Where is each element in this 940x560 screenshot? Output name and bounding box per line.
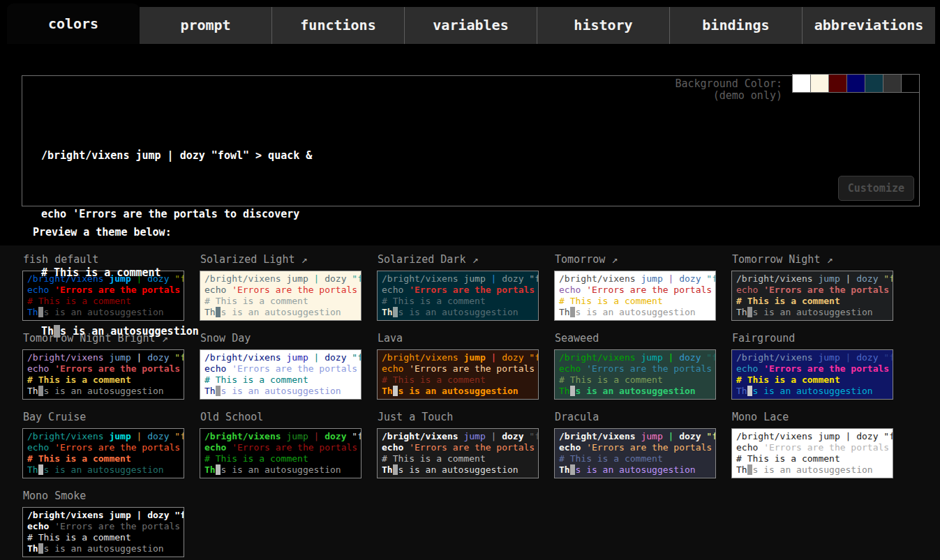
swatch-navy[interactable]	[846, 74, 865, 93]
theme-title: Just a Touch	[377, 409, 539, 428]
sample-text: /bright/vixens jump | dozy "fowl" > quac…	[22, 76, 919, 380]
token-pipe: |	[491, 431, 497, 441]
tab-bar: colorspromptfunctionsvariableshistorybin…	[0, 0, 940, 44]
typed-text: Th	[41, 325, 54, 338]
theme-sample-autosuggestion-line: This is an autosuggestion	[382, 386, 538, 397]
token-autosuggestion: s is an autosuggestion	[398, 386, 518, 396]
swatch-maroon[interactable]	[828, 74, 847, 93]
token-autosuggestion: s is an autosuggestion	[43, 386, 163, 396]
theme-sample-command-line: /bright/vixens jump | dozy "fowl" > quac…	[736, 431, 893, 442]
token-typed: Th	[27, 543, 38, 554]
token-error: 'Errors are the portals to discovery	[232, 442, 361, 453]
tab-abbreviations[interactable]: abbreviations	[803, 7, 935, 44]
sample-line-command: /bright/vixens jump | dozy "fowl" > quac…	[41, 146, 919, 165]
theme-sample-autosuggestion-line: This is an autosuggestion	[559, 386, 715, 397]
token-typed: Th	[382, 386, 393, 396]
token-typed: Th	[736, 386, 747, 396]
token-command2: dozy	[856, 431, 878, 441]
theme-title: Mono Smoke	[22, 487, 185, 507]
token-error: 'Errors are the portals to discovery	[54, 442, 184, 453]
theme-card-dracula[interactable]: /bright/vixens jump | dozy "fowl" > quac…	[554, 428, 716, 478]
theme-sample-autosuggestion-line: This is an autosuggestion	[204, 386, 361, 397]
token-echo: echo	[27, 442, 49, 453]
token-path: /bright/vixens	[736, 431, 813, 441]
token-quote: "fowl" > quack &	[352, 431, 361, 441]
tab-variables[interactable]: variables	[405, 7, 537, 44]
tab-colors[interactable]: colors	[7, 3, 140, 44]
theme-sample-comment-line: # This is a comment	[559, 453, 715, 464]
tab-prompt[interactable]: prompt	[140, 7, 272, 44]
terminal-preview: Background Color:(demo only) /bright/vix…	[22, 75, 920, 206]
theme-sample-autosuggestion-line: This is an autosuggestion	[736, 464, 893, 476]
token-typed: Th	[27, 386, 38, 396]
customize-button[interactable]: Customize	[838, 176, 914, 201]
token-autosuggestion: s is an autosuggestion	[221, 464, 341, 475]
token-autosuggestion: s is an autosuggestion	[752, 464, 872, 475]
token-path: /bright/vixens	[27, 431, 104, 441]
token-typed: Th	[559, 464, 570, 475]
tab-history[interactable]: history	[537, 7, 670, 44]
token-pipe: |	[846, 431, 851, 441]
token-typed: Th	[559, 386, 570, 396]
theme-sample-command-line: /bright/vixens jump | dozy "fowl" > quac…	[204, 431, 361, 442]
token-path: /bright/vixens	[204, 431, 281, 441]
token-typed: Th	[382, 464, 393, 475]
token-quote: "fowl" > quack &	[883, 431, 893, 441]
token-command2: dozy	[679, 431, 701, 441]
theme-card-bay-cruise[interactable]: /bright/vixens jump | dozy "fowl" > quac…	[22, 428, 184, 478]
tab-functions[interactable]: functions	[272, 7, 405, 44]
theme-preview-bay-cruise: Bay Cruise/bright/vixens jump | dozy "fo…	[22, 409, 185, 478]
theme-title: Old School	[200, 409, 362, 428]
theme-sample-autosuggestion-line: This is an autosuggestion	[736, 386, 893, 397]
theme-sample-error-line: echo 'Errors are the portals to discover…	[27, 521, 184, 532]
token-command2: dozy	[324, 431, 346, 441]
token-command: jump	[818, 431, 840, 441]
token-command: jump	[286, 431, 308, 441]
theme-sample-autosuggestion-line: This is an autosuggestion	[27, 464, 184, 476]
sample-line-comment: # This is a comment	[41, 263, 919, 282]
token-comment: # This is a comment	[27, 453, 131, 464]
theme-sample-error-line: echo 'Errors are the portals to discover…	[382, 442, 538, 453]
token-error: 'Errors are the portals to discovery	[586, 442, 716, 453]
theme-sample-command-line: /bright/vixens jump | dozy "fowl" > quac…	[27, 431, 184, 442]
token-quote: "fowl" > quack &	[529, 431, 539, 441]
token-autosuggestion: s is an autosuggestion	[575, 464, 695, 475]
theme-sample-error-line: echo 'Errors are the portals to discover…	[27, 442, 184, 453]
token-comment: # This is a comment	[204, 453, 308, 464]
token-quote: "fowl" > quack &	[174, 510, 184, 520]
theme-title: Mono Lace	[731, 409, 894, 428]
theme-preview-old-school: Old School/bright/vixens jump | dozy "fo…	[200, 409, 362, 478]
token-autosuggestion: s is an autosuggestion	[43, 543, 163, 554]
token-command: jump	[463, 431, 485, 441]
background-color-label-line1: Background Color:	[675, 77, 782, 90]
theme-sample-autosuggestion-line: This is an autosuggestion	[27, 386, 184, 397]
token-echo: echo	[27, 521, 49, 531]
token-echo: echo	[382, 442, 403, 453]
token-command2: dozy	[147, 431, 169, 441]
sample-line-autosuggestion: This is an autosuggestion	[41, 321, 919, 341]
token-quote: "fowl" > quack &	[706, 431, 716, 441]
token-error: 'Errors are the portals to discovery	[763, 442, 893, 453]
token-command: jump	[641, 431, 662, 441]
token-pipe: |	[137, 510, 142, 520]
theme-sample-comment-line: # This is a comment	[382, 453, 538, 464]
token-pipe: |	[137, 431, 142, 441]
theme-sample-command-line: /bright/vixens jump | dozy "fowl" > quac…	[382, 431, 538, 442]
token-comment: # This is a comment	[736, 453, 840, 464]
token-comment: # This is a comment	[27, 532, 131, 543]
token-echo: echo	[736, 442, 758, 453]
theme-preview-just-a-touch: Just a Touch/bright/vixens jump | dozy "…	[377, 409, 539, 478]
theme-card-mono-lace[interactable]: /bright/vixens jump | dozy "fowl" > quac…	[731, 428, 893, 478]
theme-sample-command-line: /bright/vixens jump | dozy "fowl" > quac…	[559, 431, 715, 442]
swatch-black[interactable]	[901, 74, 920, 93]
swatch-dark-teal[interactable]	[865, 74, 883, 93]
token-command2: dozy	[147, 510, 169, 520]
swatch-cream[interactable]	[810, 74, 829, 93]
tab-bindings[interactable]: bindings	[670, 7, 803, 44]
theme-card-just-a-touch[interactable]: /bright/vixens jump | dozy "fowl" > quac…	[377, 428, 539, 478]
theme-card-old-school[interactable]: /bright/vixens jump | dozy "fowl" > quac…	[200, 428, 361, 478]
token-path: /bright/vixens	[27, 510, 104, 520]
theme-card-mono-smoke[interactable]: /bright/vixens jump | dozy "fowl" > quac…	[22, 507, 184, 557]
swatch-charcoal[interactable]	[883, 74, 902, 93]
swatch-white[interactable]	[792, 74, 811, 93]
